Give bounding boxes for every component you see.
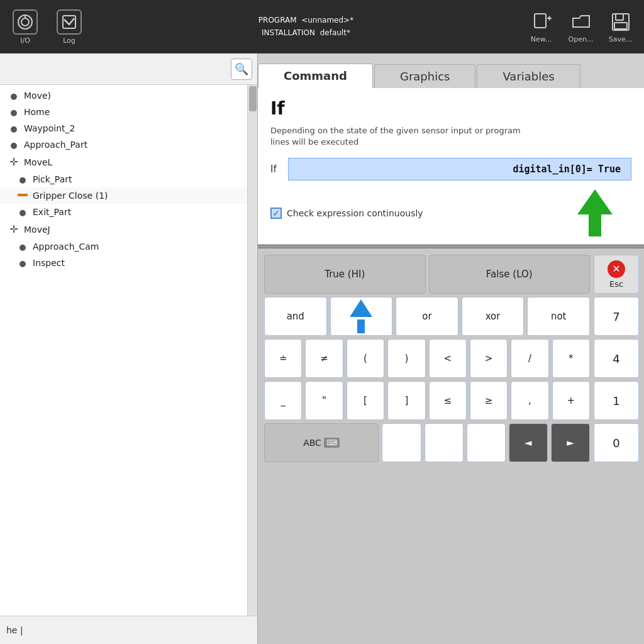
key-geq[interactable]: ≥ [470, 381, 508, 420]
tree-item-icon: ● [18, 175, 28, 184]
key-not[interactable]: not [527, 297, 590, 336]
key-0[interactable]: 0 [594, 423, 639, 462]
key-lparen[interactable]: ( [347, 339, 384, 378]
key-7[interactable]: 7 [594, 297, 639, 336]
main: 🔍 ●Move) ●Home ●Waypoint_2 ●Approach_Par… [0, 53, 644, 644]
right-panel: Command Graphics Variables If Depending … [258, 53, 644, 644]
search-bar: 🔍 [0, 53, 257, 85]
topbar: I/O Log PROGRAM <unnamed>* INSTALLATION … [0, 0, 644, 53]
key-leq[interactable]: ≤ [429, 381, 467, 420]
program-info: PROGRAM <unnamed>* INSTALLATION default* [94, 14, 518, 38]
new-button[interactable]: New... [524, 10, 558, 43]
kb-row-3: ≐ ≠ ( ) < > / * [264, 339, 590, 378]
svg-rect-9 [614, 23, 627, 29]
tree-item-icon: ● [9, 140, 19, 150]
kb-row-4: _ " [ ] ≤ ≥ , + [264, 381, 590, 420]
keyboard-numpad: ✕ Esc 7 4 1 0 [594, 255, 644, 638]
scrollbar-thumb[interactable] [249, 86, 257, 111]
left-bottom-text: he | [0, 616, 257, 644]
tree-item-icon: ● [9, 108, 19, 117]
svg-point-1 [21, 18, 29, 26]
tree-item-gripper-close[interactable]: Gripper Close (1) [0, 187, 247, 204]
key-lt[interactable]: < [429, 339, 467, 378]
key-empty-3 [467, 423, 506, 462]
search-button[interactable]: 🔍 [231, 58, 252, 80]
key-rbracket[interactable]: ] [387, 381, 425, 420]
tree-item-icon: ● [9, 124, 19, 133]
green-up-arrow [577, 189, 613, 236]
key-gt[interactable]: > [470, 339, 508, 378]
tree-item-icon [18, 194, 28, 196]
tree-area: ●Move) ●Home ●Waypoint_2 ●Approach_Part … [0, 85, 257, 616]
command-title: If [270, 98, 631, 119]
key-1[interactable]: 1 [594, 381, 639, 420]
command-description: Depending on the state of the given sens… [270, 125, 631, 148]
key-quote[interactable]: " [305, 381, 343, 420]
tree-item-move[interactable]: ●Move) [0, 87, 247, 104]
topbar-actions: New... Open... Save... [524, 10, 638, 43]
tabs: Command Graphics Variables [258, 53, 644, 88]
keyboard-area: True (HI) False (LO) and or xor not [258, 248, 644, 644]
tab-graphics[interactable]: Graphics [374, 64, 476, 88]
key-plus[interactable]: + [552, 381, 590, 420]
tree-item-exit-part[interactable]: ●Exit_Part [0, 204, 247, 220]
key-empty-2 [425, 423, 464, 462]
tree-list: ●Move) ●Home ●Waypoint_2 ●Approach_Part … [0, 85, 247, 616]
kb-row-5: ABC ⌨ ◄ ► [264, 423, 590, 462]
svg-rect-4 [535, 14, 546, 28]
tab-variables[interactable]: Variables [477, 64, 580, 88]
tree-item-movej[interactable]: ✛MoveJ [0, 220, 247, 238]
key-slash[interactable]: / [511, 339, 548, 378]
if-row: If digital_in[0]= True [270, 158, 631, 180]
key-rparen[interactable]: ) [387, 339, 425, 378]
tree-item-movel[interactable]: ✛MoveL [0, 153, 247, 171]
tree-item-icon: ● [18, 208, 28, 217]
tree-item-inspect[interactable]: ●Inspect [0, 255, 247, 271]
key-4[interactable]: 4 [594, 339, 639, 378]
tree-item-waypoint2[interactable]: ●Waypoint_2 [0, 120, 247, 136]
check-row: ✓ Check expression continuously [270, 189, 631, 236]
open-button[interactable]: Open... [564, 10, 598, 43]
tree-item-approach-part[interactable]: ●Approach_Part [0, 136, 247, 153]
key-neq[interactable]: ≠ [305, 339, 343, 378]
key-or[interactable]: or [396, 297, 458, 336]
key-right[interactable]: ► [551, 423, 590, 462]
tree-item-icon: ✛ [9, 156, 19, 168]
tab-command[interactable]: Command [258, 64, 373, 88]
tree-item-home[interactable]: ●Home [0, 104, 247, 120]
left-panel: 🔍 ●Move) ●Home ●Waypoint_2 ●Approach_Par… [0, 53, 258, 644]
check-label: Check expression continuously [287, 208, 423, 218]
tree-item-icon: ✛ [9, 223, 19, 235]
tree-item-pick-part[interactable]: ●Pick_Part [0, 171, 247, 187]
keyboard-main: True (HI) False (LO) and or xor not [264, 255, 590, 638]
if-expression[interactable]: digital_in[0]= True [288, 158, 631, 180]
key-and[interactable]: and [264, 297, 327, 336]
key-eq[interactable]: ≐ [264, 339, 302, 378]
key-left[interactable]: ◄ [509, 423, 548, 462]
io-button[interactable]: I/O [6, 9, 44, 45]
save-button[interactable]: Save... [603, 10, 638, 43]
key-xor[interactable]: xor [462, 297, 525, 336]
tree-item-icon: ● [18, 242, 28, 252]
key-abc[interactable]: ABC ⌨ [264, 423, 379, 462]
key-star[interactable]: * [552, 339, 590, 378]
tree-item-icon: ● [9, 91, 19, 101]
svg-rect-8 [616, 14, 623, 20]
key-true-hi[interactable]: True (HI) [264, 255, 426, 294]
key-arrow-up [330, 297, 393, 336]
kb-row-1: True (HI) False (LO) [264, 255, 590, 294]
check-expression-checkbox[interactable]: ✓ [270, 208, 282, 219]
command-content: If Depending on the state of the given s… [258, 88, 644, 245]
log-button[interactable]: Log [50, 9, 88, 45]
if-label: If [270, 164, 283, 175]
key-lbracket[interactable]: [ [347, 381, 384, 420]
tree-item-approach-cam[interactable]: ●Approach_Cam [0, 238, 247, 255]
key-false-lo[interactable]: False (LO) [429, 255, 591, 294]
key-comma[interactable]: , [511, 381, 548, 420]
scrollbar-track[interactable] [247, 85, 257, 616]
key-esc[interactable]: ✕ Esc [594, 255, 639, 294]
kb-row-2: and or xor not [264, 297, 590, 336]
key-underscore[interactable]: _ [264, 381, 302, 420]
key-empty-1 [382, 423, 421, 462]
svg-rect-3 [63, 16, 75, 28]
